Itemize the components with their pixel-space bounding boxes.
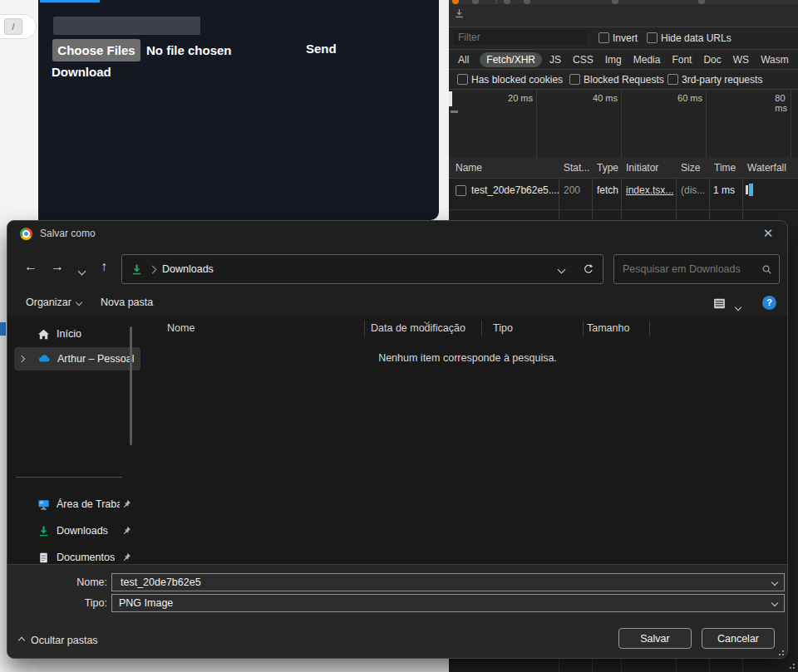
new-folder-button[interactable]: Nova pasta (101, 297, 153, 308)
blocked-requests-checkbox[interactable] (569, 74, 580, 86)
slash-key-badge: / (4, 18, 22, 35)
header-type[interactable]: Type (597, 162, 618, 174)
address-dropdown-icon[interactable] (558, 265, 566, 273)
invert-checkbox[interactable] (598, 32, 609, 44)
dialog-resize-grip[interactable] (776, 647, 784, 655)
search-input[interactable] (621, 262, 761, 276)
breadcrumb[interactable]: Downloads (162, 263, 214, 275)
recent-locations-icon[interactable] (79, 262, 85, 277)
download-link[interactable]: Download (52, 65, 111, 79)
forward-button[interactable]: → (51, 259, 64, 274)
sidebar-divider (16, 477, 122, 478)
file-type-select[interactable]: PNG Image (111, 594, 785, 612)
has-blocked-cookies-checkbox[interactable] (457, 74, 468, 86)
view-dropdown-icon[interactable] (736, 301, 741, 312)
hide-folders-button[interactable]: Ocultar pastas (19, 635, 98, 646)
tab-css[interactable]: CSS (569, 52, 598, 67)
header-time[interactable]: Time (714, 162, 736, 174)
file-type-value: PNG Image (119, 597, 767, 609)
file-name-field[interactable] (111, 573, 785, 591)
header-status[interactable]: Stat... (564, 162, 589, 174)
column-tamanho[interactable]: Tamanho (587, 322, 629, 334)
tab-doc[interactable]: Doc (699, 52, 725, 67)
request-status: 200 (564, 184, 580, 196)
tab-js[interactable]: JS (545, 52, 565, 67)
tab-fetch-xhr[interactable]: Fetch/XHR (480, 52, 542, 67)
no-file-chosen-label: No file chosen (146, 43, 232, 57)
search-icon (761, 264, 772, 275)
devtools-resize-grip[interactable] (786, 660, 795, 669)
table-header-row: Name Stat... Type Initiator Size Time Wa… (449, 158, 798, 179)
invert-label: Invert (613, 32, 638, 44)
third-party-checkbox[interactable] (667, 74, 678, 86)
header-name[interactable]: Name (456, 162, 482, 174)
search-shortcut-pill[interactable]: / (0, 14, 37, 39)
tab-ws[interactable]: WS (729, 52, 753, 67)
request-time: 1 ms (713, 184, 735, 196)
choose-files-button[interactable]: Choose Files (52, 39, 140, 61)
background-blue-element (0, 322, 6, 336)
timeline-scroll-thumb[interactable] (449, 91, 452, 106)
header-initiator[interactable]: Initiator (626, 162, 658, 174)
expand-chevron-icon[interactable] (18, 356, 25, 362)
tab-all[interactable]: All (454, 52, 473, 67)
sidebar-item-desktop[interactable]: Área de Trabalho (14, 493, 140, 516)
column-divider[interactable] (649, 321, 650, 336)
organize-menu-button[interactable]: Organizar (26, 297, 81, 308)
request-initiator-link[interactable]: index.tsx... (626, 184, 673, 196)
page-text-input[interactable] (53, 17, 200, 35)
refresh-icon[interactable] (583, 263, 594, 275)
network-timeline[interactable]: 20 ms 40 ms 60 ms 80 ms (449, 89, 798, 159)
sidebar-item-onedrive[interactable]: Arthur – Pessoal (14, 347, 140, 370)
third-party-label: 3rd-party requests (682, 74, 762, 86)
help-icon[interactable]: ? (762, 296, 776, 310)
address-bar[interactable]: Downloads (121, 254, 603, 284)
network-filter-input[interactable] (454, 30, 587, 45)
tab-media[interactable]: Media (629, 52, 665, 67)
file-name-input[interactable] (119, 576, 767, 589)
sidebar-item-downloads[interactable]: Downloads (14, 519, 140, 542)
empty-results-message: Nenhum item corresponde à pesquisa. (148, 352, 787, 364)
hide-data-urls-checkbox[interactable] (647, 32, 658, 44)
dialog-titlebar[interactable]: Salvar como ✕ (7, 221, 787, 246)
name-dropdown-icon[interactable] (771, 579, 778, 586)
import-har-icon[interactable] (453, 7, 466, 20)
sidebar-scrollbar[interactable] (130, 326, 132, 445)
timeline-tick-40ms: 40 ms (593, 93, 621, 103)
request-checkbox[interactable] (456, 185, 466, 197)
cancel-button[interactable]: Cancelar (702, 628, 775, 649)
tab-wasm[interactable]: Wasm (756, 52, 793, 67)
dialog-bottom-panel: Nome: Tipo: PNG Image Ocultar pastas Sal… (7, 564, 787, 658)
back-button[interactable]: ← (24, 259, 37, 274)
blocked-requests-label: Blocked Requests (584, 74, 664, 86)
view-details-icon[interactable] (712, 297, 727, 311)
column-divider[interactable] (364, 321, 365, 336)
timeline-overview-dash (451, 110, 458, 113)
header-size[interactable]: Size (681, 162, 700, 174)
tab-font[interactable]: Font (667, 52, 696, 67)
column-divider[interactable] (481, 321, 482, 336)
close-icon[interactable]: ✕ (759, 224, 777, 243)
header-waterfall[interactable]: Waterfall (747, 162, 786, 174)
file-list-header: Nome Data de modificação Tipo Tamanho (148, 318, 787, 339)
dialog-toolbar: Organizar Nova pasta ? (7, 292, 787, 316)
request-row[interactable]: test_20de7b62e5.... 200 fetch index.tsx.… (449, 178, 798, 210)
chrome-icon (20, 228, 32, 240)
search-box[interactable] (613, 254, 780, 284)
screen: / Choose Files No file chosen Send Downl… (0, 0, 798, 672)
column-tipo[interactable]: Tipo (493, 322, 513, 334)
tab-img[interactable]: Img (601, 52, 626, 67)
type-dropdown-icon[interactable] (771, 600, 778, 606)
dialog-body: Início Arthur – Pessoal Área de Trabalho (7, 316, 787, 567)
up-button[interactable]: ↑ (101, 259, 107, 274)
column-divider[interactable] (583, 321, 584, 336)
webpage-panel: Choose Files No file chosen Send Downloa… (38, 0, 439, 220)
home-icon (37, 328, 50, 341)
request-name[interactable]: test_20de7b62e5.... (471, 184, 559, 196)
sidebar-item-home[interactable]: Início (14, 322, 140, 346)
save-button[interactable]: Salvar (618, 628, 692, 649)
file-type-label: Tipo: (7, 597, 107, 609)
column-nome[interactable]: Nome (167, 322, 195, 334)
send-button[interactable]: Send (306, 42, 337, 56)
column-data-modificacao[interactable]: Data de modificação (371, 322, 466, 334)
